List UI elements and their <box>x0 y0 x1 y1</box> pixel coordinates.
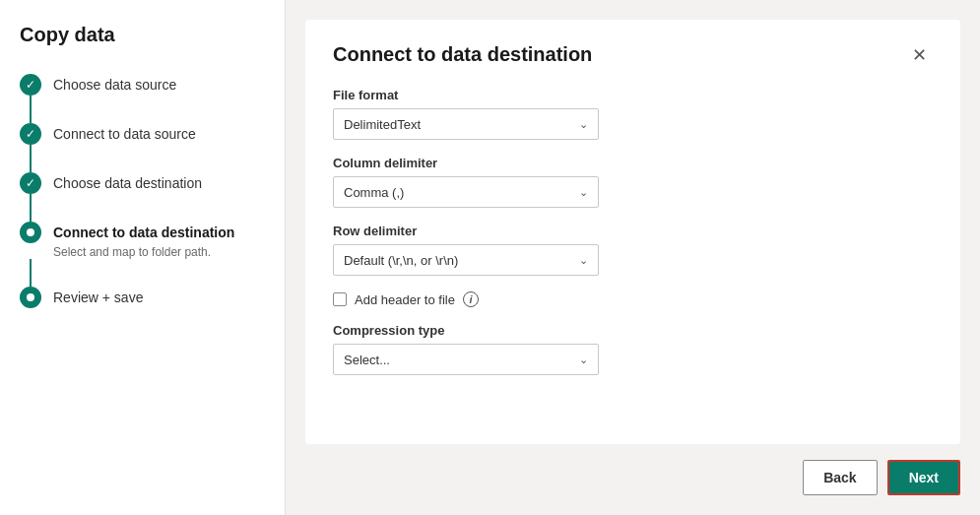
add-header-row: Add header to file i <box>333 291 933 307</box>
back-button[interactable]: Back <box>803 460 877 495</box>
close-button[interactable]: ✕ <box>906 44 933 66</box>
compression-type-chevron: ⌄ <box>579 354 588 366</box>
step-label-1: Choose data source <box>53 77 176 93</box>
column-delimiter-chevron: ⌄ <box>579 186 588 199</box>
step-review-save: Review + save <box>20 287 265 308</box>
svg-point-0 <box>27 228 34 236</box>
step-label-2: Connect to data source <box>53 126 196 142</box>
file-format-chevron: ⌄ <box>579 118 588 131</box>
column-delimiter-select[interactable]: Comma (,) ⌄ <box>333 176 599 208</box>
dialog-title: Connect to data destination <box>333 43 592 66</box>
connector-3 <box>30 194 32 222</box>
row-delimiter-value: Default (\r,\n, or \r\n) <box>344 253 458 268</box>
step-sublabel-4: Select and map to folder path. <box>53 245 265 259</box>
column-delimiter-label: Column delimiter <box>333 156 933 170</box>
compression-type-label: Compression type <box>333 323 933 338</box>
row-delimiter-select[interactable]: Default (\r,\n, or \r\n) ⌄ <box>333 244 599 276</box>
dialog: Connect to data destination ✕ File forma… <box>305 20 960 444</box>
step-icon-4 <box>20 222 41 243</box>
file-format-value: DelimitedText <box>344 117 421 132</box>
step-label-5: Review + save <box>53 290 143 305</box>
row-delimiter-section: Row delimiter Default (\r,\n, or \r\n) ⌄ <box>333 224 933 276</box>
step-connect-dest: Connect to data destination Select and m… <box>20 222 265 287</box>
compression-type-select[interactable]: Select... ⌄ <box>333 344 599 375</box>
sidebar-title: Copy data <box>20 24 265 46</box>
connector-2 <box>30 145 32 172</box>
compression-type-section: Compression type Select... ⌄ <box>333 323 933 375</box>
step-icon-2: ✓ <box>20 123 41 145</box>
column-delimiter-value: Comma (,) <box>344 185 404 200</box>
step-label-4: Connect to data destination <box>53 225 234 240</box>
connector-1 <box>30 96 32 123</box>
add-header-label: Add header to file <box>355 292 455 307</box>
step-choose-source: ✓ Choose data source <box>20 74 265 123</box>
step-label-3: Choose data destination <box>53 175 202 191</box>
compression-type-value: Select... <box>344 353 390 367</box>
add-header-info-icon[interactable]: i <box>463 291 479 307</box>
step-choose-dest: ✓ Choose data destination <box>20 172 265 222</box>
step-icon-5 <box>20 287 41 308</box>
svg-point-1 <box>27 293 34 301</box>
sidebar: Copy data ✓ Choose data source ✓ Connect… <box>0 0 286 515</box>
dialog-header: Connect to data destination ✕ <box>333 43 933 66</box>
row-delimiter-label: Row delimiter <box>333 224 933 238</box>
connector-4 <box>30 259 32 287</box>
step-connect-source: ✓ Connect to data source <box>20 123 265 172</box>
file-format-select[interactable]: DelimitedText ⌄ <box>333 108 599 140</box>
file-format-label: File format <box>333 88 933 102</box>
steps-list: ✓ Choose data source ✓ Connect to data s… <box>20 74 265 308</box>
main-content: Connect to data destination ✕ File forma… <box>286 0 980 515</box>
row-delimiter-chevron: ⌄ <box>579 254 588 267</box>
step-icon-3: ✓ <box>20 172 41 194</box>
column-delimiter-section: Column delimiter Comma (,) ⌄ <box>333 156 933 208</box>
next-button[interactable]: Next <box>887 460 960 495</box>
file-format-section: File format DelimitedText ⌄ <box>333 88 933 140</box>
add-header-checkbox[interactable] <box>333 292 347 306</box>
footer: Back Next <box>305 444 960 495</box>
step-icon-1: ✓ <box>20 74 41 96</box>
